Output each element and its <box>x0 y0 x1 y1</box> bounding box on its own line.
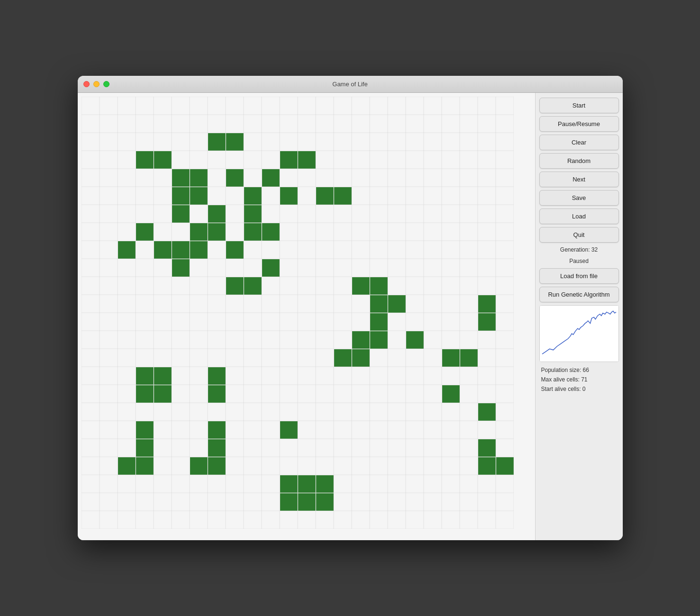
window-title: Game of Life <box>332 81 367 88</box>
game-canvas[interactable] <box>82 97 514 529</box>
main-content: Start Pause/Resume Clear Random Next Sav… <box>78 93 623 540</box>
load-from-file-button[interactable]: Load from file <box>539 268 619 284</box>
pause-resume-button[interactable]: Pause/Resume <box>539 116 619 132</box>
close-button[interactable] <box>83 81 90 87</box>
generation-label: Generation: 32 <box>539 245 619 254</box>
run-genetic-button[interactable]: Run Genetic Algorithm <box>539 287 619 302</box>
next-button[interactable]: Next <box>539 172 619 187</box>
quit-button[interactable]: Quit <box>539 227 619 243</box>
chart-canvas <box>540 306 618 362</box>
start-alive-cells-label: Start alive cells: 0 <box>539 386 619 392</box>
save-button[interactable]: Save <box>539 190 619 206</box>
grid-area[interactable] <box>78 93 535 540</box>
population-size-label: Population size: 66 <box>539 367 619 373</box>
paused-label: Paused <box>539 257 619 265</box>
title-bar: Game of Life <box>78 76 623 93</box>
max-alive-cells-label: Max alive cells: 71 <box>539 376 619 383</box>
random-button[interactable]: Random <box>539 153 619 169</box>
stats-section: Population size: 66 Max alive cells: 71 … <box>539 367 619 392</box>
app-window: Game of Life Start Pause/Resume Clear Ra… <box>78 76 623 540</box>
sidebar: Start Pause/Resume Clear Random Next Sav… <box>535 93 623 540</box>
traffic-lights <box>83 81 109 87</box>
population-chart <box>539 305 619 362</box>
grid-container[interactable] <box>82 97 531 536</box>
load-button[interactable]: Load <box>539 208 619 224</box>
start-button[interactable]: Start <box>539 98 619 113</box>
minimize-button[interactable] <box>93 81 100 87</box>
clear-button[interactable]: Clear <box>539 135 619 150</box>
maximize-button[interactable] <box>103 81 109 87</box>
